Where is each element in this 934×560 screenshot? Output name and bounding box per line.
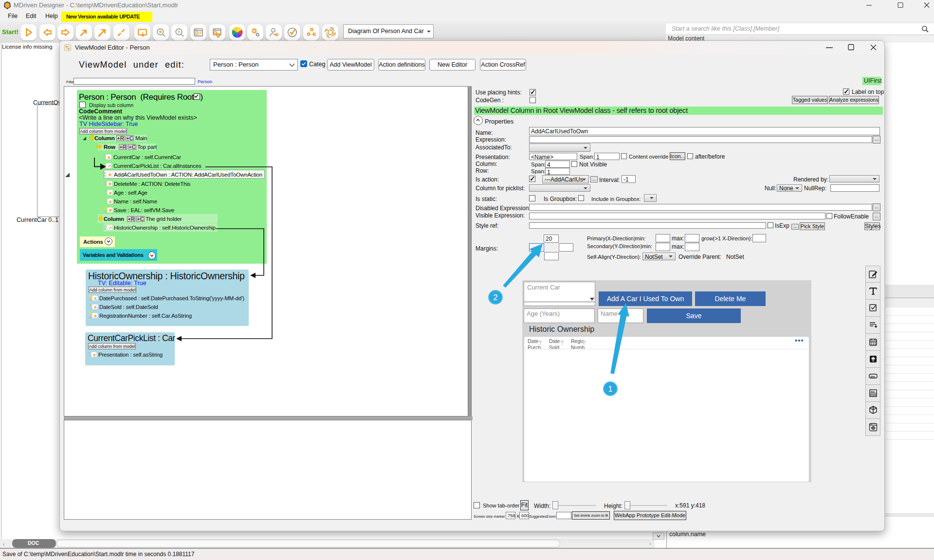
svg-text:btn: btn bbox=[871, 375, 876, 378]
svg-text:2: 2 bbox=[494, 293, 498, 302]
svg-text:list: list bbox=[871, 390, 875, 393]
